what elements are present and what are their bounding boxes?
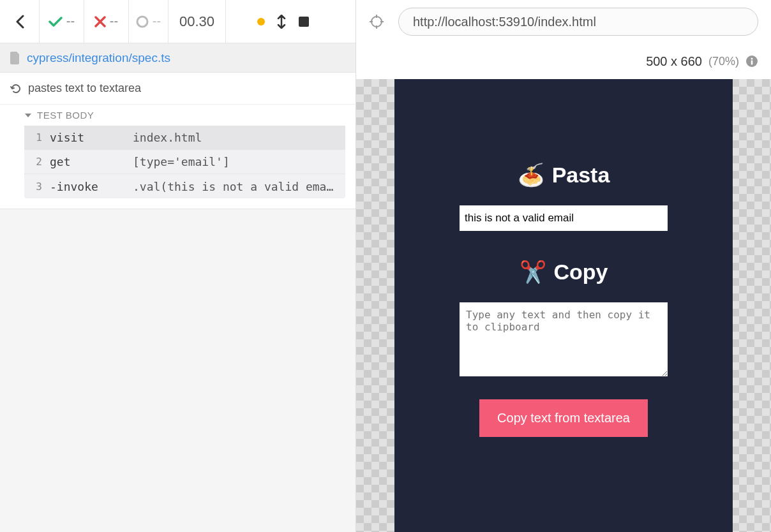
status-dot-icon xyxy=(257,18,265,26)
command-row[interactable]: 1 visit index.html xyxy=(24,126,345,150)
command-name: get xyxy=(50,155,133,168)
command-name: visit xyxy=(50,131,133,144)
app-frame: 🍝 Pasta ✂️ Copy Copy text from textarea xyxy=(394,79,733,532)
circle-icon xyxy=(136,15,149,28)
spaghetti-icon: 🍝 xyxy=(518,162,544,188)
spec-file-path: cypress/integration/spec.ts xyxy=(27,51,170,65)
pass-count: -- xyxy=(40,0,84,43)
copy-button[interactable]: Copy text from textarea xyxy=(479,399,648,437)
url-bar xyxy=(356,0,771,43)
test-title-row[interactable]: pastes text to textarea xyxy=(0,73,356,105)
command-row[interactable]: 2 get [type='email'] xyxy=(24,150,345,174)
svg-rect-5 xyxy=(751,61,753,65)
cypress-runner-panel: -- -- -- 00.30 cypress/integration/spec.… xyxy=(0,0,356,532)
email-field[interactable] xyxy=(460,205,668,231)
fail-count-value: -- xyxy=(110,14,118,29)
check-icon xyxy=(49,16,63,27)
info-icon[interactable] xyxy=(745,55,758,68)
command-log: 1 visit index.html 2 get [type='email'] … xyxy=(24,126,345,198)
fail-count: -- xyxy=(84,0,129,43)
command-arg: index.html xyxy=(133,131,345,144)
pending-count: -- xyxy=(129,0,168,43)
reload-icon xyxy=(10,83,22,94)
scissors-icon: ✂️ xyxy=(520,259,546,284)
chevron-down-icon xyxy=(24,112,32,119)
stop-icon[interactable] xyxy=(298,16,310,27)
crosshair-icon[interactable] xyxy=(369,14,384,29)
chevron-left-icon xyxy=(15,15,24,29)
toolbar-spacer xyxy=(226,0,356,43)
elapsed-time-value: 00.30 xyxy=(179,13,214,30)
svg-rect-1 xyxy=(299,17,309,27)
svg-point-4 xyxy=(751,58,753,60)
command-number: 2 xyxy=(24,156,50,168)
viewport-scale: (70%) xyxy=(708,55,739,68)
test-body-toggle[interactable]: TEST BODY xyxy=(24,110,345,121)
svg-point-2 xyxy=(371,17,382,27)
pasta-heading-text: Pasta xyxy=(552,163,610,188)
test-body-label: TEST BODY xyxy=(37,110,94,121)
url-input[interactable] xyxy=(398,8,758,36)
resize-icon[interactable] xyxy=(276,15,287,29)
elapsed-time: 00.30 xyxy=(168,0,226,43)
spec-file-bar[interactable]: cypress/integration/spec.ts xyxy=(0,43,356,73)
viewport-dimensions: 500 x 660 xyxy=(646,54,702,69)
test-title: pastes text to textarea xyxy=(28,82,141,95)
pasta-heading: 🍝 Pasta xyxy=(518,162,610,188)
copy-heading: ✂️ Copy xyxy=(520,259,608,284)
svg-point-0 xyxy=(137,17,147,27)
command-row[interactable]: 3 -invoke .val(this is not a valid ema… xyxy=(24,174,345,198)
pass-count-value: -- xyxy=(66,14,75,29)
document-icon xyxy=(10,52,20,64)
pending-count-value: -- xyxy=(153,14,161,29)
preview-area: 🍝 Pasta ✂️ Copy Copy text from textarea xyxy=(356,79,771,532)
command-number: 3 xyxy=(24,181,50,193)
runner-toolbar: -- -- -- 00.30 xyxy=(0,0,356,43)
test-body: TEST BODY 1 visit index.html 2 get [type… xyxy=(0,105,356,209)
command-arg: [type='email'] xyxy=(133,155,345,168)
viewport-info: 500 x 660 (70%) xyxy=(356,43,771,79)
x-icon xyxy=(94,16,106,27)
command-name: -invoke xyxy=(50,180,133,193)
copy-textarea[interactable] xyxy=(460,302,668,376)
preview-panel: 500 x 660 (70%) 🍝 Pasta ✂️ Copy Copy tex… xyxy=(356,0,771,532)
copy-heading-text: Copy xyxy=(554,260,608,284)
command-arg: .val(this is not a valid ema… xyxy=(133,180,345,193)
back-button[interactable] xyxy=(0,0,40,43)
test-block: pastes text to textarea TEST BODY 1 visi… xyxy=(0,73,356,209)
command-number: 1 xyxy=(24,131,50,144)
